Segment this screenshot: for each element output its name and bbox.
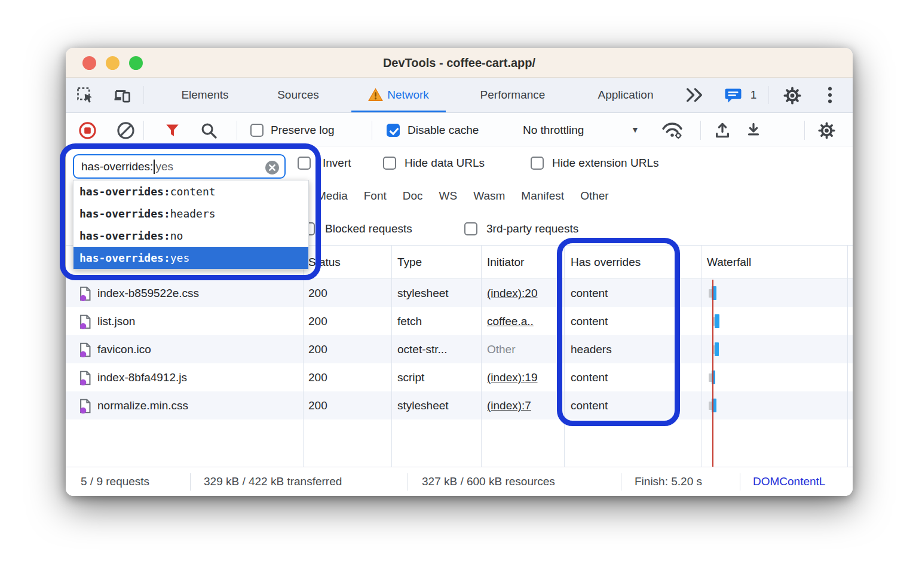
request-type: octet-str... xyxy=(397,335,447,363)
tab-performance[interactable]: Performance xyxy=(465,78,560,112)
column-header-waterfall[interactable]: Waterfall xyxy=(707,246,751,279)
has-overrides-value: content xyxy=(571,307,608,335)
autocomplete-option-selected[interactable]: has-overrides:yes xyxy=(73,247,308,269)
file-icon xyxy=(79,370,91,385)
network-conditions-icon[interactable] xyxy=(658,121,686,140)
import-har-icon[interactable] xyxy=(742,121,765,140)
hide-extension-urls-checkbox[interactable] xyxy=(531,157,544,170)
tab-label: Elements xyxy=(181,88,228,101)
request-type: fetch xyxy=(397,307,422,335)
chip-ws[interactable]: WS xyxy=(439,189,458,203)
more-tabs-icon[interactable] xyxy=(681,86,707,104)
has-overrides-value: content xyxy=(571,363,608,391)
requests-summary: 5 / 9 requests xyxy=(81,467,149,496)
throttling-dropdown-arrow-icon[interactable]: ▼ xyxy=(631,114,639,146)
table-row[interactable]: list.json 200 fetch coffee.a.. content xyxy=(66,307,853,335)
file-icon xyxy=(79,314,91,329)
hide-data-urls-checkbox[interactable] xyxy=(383,157,396,170)
request-name: normalize.min.css xyxy=(97,391,188,419)
domcontentloaded-time: DOMContentL xyxy=(753,467,825,496)
window-title: DevTools - coffee-cart.app/ xyxy=(66,48,853,78)
waterfall-download-bar xyxy=(715,314,719,328)
issues-chat-icon[interactable] xyxy=(723,86,743,104)
initiator-link[interactable]: coffee.a.. xyxy=(487,315,534,327)
chip-font[interactable]: Font xyxy=(364,189,387,203)
column-header-has-overrides[interactable]: Has overrides xyxy=(571,246,641,279)
file-icon xyxy=(79,286,91,301)
network-toolbar: Preserve log Disable cache No throttling… xyxy=(66,114,853,146)
clear-network-log-icon[interactable] xyxy=(116,121,135,140)
tab-label: Application xyxy=(598,88,654,101)
option-key: has-overrides: xyxy=(79,229,170,242)
option-key: has-overrides: xyxy=(79,252,170,264)
tab-elements[interactable]: Elements xyxy=(163,78,247,112)
initiator-link[interactable]: (index):19 xyxy=(487,371,538,384)
option-key: has-overrides: xyxy=(79,185,170,198)
filter-autocomplete-dropdown: has-overrides:content has-overrides:head… xyxy=(73,180,309,270)
network-settings-gear-icon[interactable] xyxy=(815,120,838,140)
option-value: yes xyxy=(170,252,190,264)
filter-funnel-icon[interactable] xyxy=(163,121,182,139)
has-overrides-value: content xyxy=(571,279,608,307)
preserve-log-checkbox[interactable] xyxy=(250,124,264,137)
request-type: stylesheet xyxy=(397,391,449,419)
chip-media[interactable]: Media xyxy=(317,189,348,203)
tab-label: Network xyxy=(387,88,429,101)
export-har-icon[interactable] xyxy=(711,121,734,140)
text-caret xyxy=(154,160,155,174)
filter-query-text: has-overrides: xyxy=(81,160,153,173)
chip-doc[interactable]: Doc xyxy=(403,189,423,203)
inspect-element-icon[interactable] xyxy=(75,85,96,106)
autocomplete-option[interactable]: has-overrides:content xyxy=(73,180,308,203)
invert-checkbox[interactable] xyxy=(298,157,311,170)
request-name: index-8bfa4912.js xyxy=(97,363,187,391)
request-status: 200 xyxy=(308,279,327,307)
chip-manifest[interactable]: Manifest xyxy=(521,189,564,203)
autocomplete-option[interactable]: has-overrides:headers xyxy=(73,203,308,225)
third-party-requests-checkbox[interactable] xyxy=(464,222,477,235)
disable-cache-checkbox[interactable] xyxy=(387,124,400,137)
device-toolbar-icon[interactable] xyxy=(111,85,133,106)
finish-time: Finish: 5.20 s xyxy=(635,467,702,496)
blocked-requests-label: Blocked requests xyxy=(325,212,412,245)
autocomplete-option[interactable]: has-overrides:no xyxy=(73,225,308,247)
column-header-type[interactable]: Type xyxy=(397,246,422,279)
initiator-link[interactable]: (index):20 xyxy=(487,287,538,299)
settings-gear-icon[interactable] xyxy=(780,85,804,106)
request-status: 200 xyxy=(308,391,327,419)
tab-network[interactable]: Network xyxy=(351,78,446,112)
tab-label: Performance xyxy=(480,88,546,101)
invert-label: Invert xyxy=(323,146,351,179)
filter-input[interactable]: has-overrides: yes xyxy=(73,154,286,179)
issues-count-badge[interactable]: 1 xyxy=(746,78,761,112)
chip-wasm[interactable]: Wasm xyxy=(473,189,505,203)
column-header-status[interactable]: Status xyxy=(308,246,341,279)
table-row[interactable]: index-b859522e.css 200 stylesheet (index… xyxy=(66,279,853,307)
table-row[interactable]: index-8bfa4912.js 200 script (index):19 … xyxy=(66,363,853,391)
devtools-window: DevTools - coffee-cart.app/ Elements Sou… xyxy=(66,48,853,496)
waterfall-download-bar xyxy=(712,399,716,412)
table-row[interactable]: favicon.ico 200 octet-str... Other heade… xyxy=(66,335,853,363)
waterfall-download-bar xyxy=(715,342,719,356)
overflow-menu-icon[interactable] xyxy=(822,86,838,104)
file-icon xyxy=(79,342,91,357)
tab-sources[interactable]: Sources xyxy=(258,78,338,112)
request-type: stylesheet xyxy=(397,279,449,307)
has-overrides-value: headers xyxy=(571,335,612,363)
waterfall-download-bar xyxy=(712,370,715,384)
initiator-link[interactable]: (index):7 xyxy=(487,399,531,412)
throttling-select[interactable]: No throttling xyxy=(523,114,584,146)
transferred-summary: 329 kB / 422 kB transferred xyxy=(204,467,342,496)
search-icon[interactable] xyxy=(198,121,219,139)
clear-filter-icon[interactable] xyxy=(265,160,280,175)
chip-other[interactable]: Other xyxy=(580,189,609,203)
option-value: no xyxy=(170,229,183,242)
record-network-log-icon[interactable] xyxy=(78,121,97,140)
table-row[interactable]: normalize.min.css 200 stylesheet (index)… xyxy=(66,391,853,419)
tab-label: Sources xyxy=(277,88,319,101)
devtools-tab-bar: Elements Sources Network Performance App… xyxy=(66,78,853,113)
column-header-initiator[interactable]: Initiator xyxy=(487,246,524,279)
active-tab-underline xyxy=(351,111,446,112)
tab-application[interactable]: Application xyxy=(581,78,670,112)
hide-data-urls-label: Hide data URLs xyxy=(405,146,485,179)
